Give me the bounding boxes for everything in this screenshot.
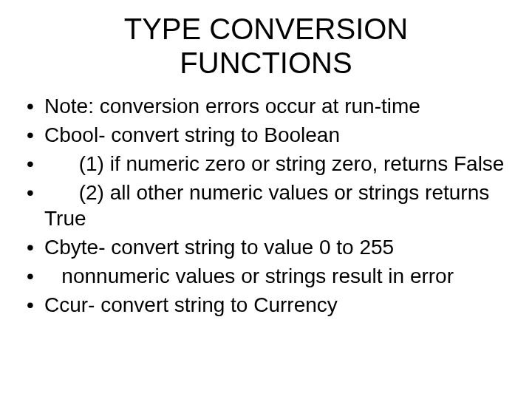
list-item: Cbool- convert string to Boolean: [22, 122, 510, 148]
list-item: (1) if numeric zero or string zero, retu…: [22, 151, 510, 177]
bullet-text: Note: conversion errors occur at run-tim…: [44, 95, 420, 117]
slide: TYPE CONVERSION FUNCTIONS Note: conversi…: [0, 0, 532, 399]
bullet-text: nonnumeric values or strings result in e…: [44, 265, 454, 287]
bullet-text: Cbyte- convert string to value 0 to 255: [44, 236, 394, 259]
slide-title: TYPE CONVERSION FUNCTIONS: [15, 12, 517, 80]
bullet-text: (1) if numeric zero or string zero, retu…: [44, 152, 504, 175]
bullet-list: Note: conversion errors occur at run-tim…: [15, 93, 517, 318]
title-line-1: TYPE CONVERSION: [124, 13, 409, 45]
list-item: (2) all other numeric values or strings …: [22, 180, 510, 231]
bullet-text: Ccur- convert string to Currency: [44, 293, 338, 316]
list-item: Ccur- convert string to Currency: [22, 292, 510, 318]
title-line-2: FUNCTIONS: [180, 47, 352, 79]
bullet-text: (2) all other numeric values or strings …: [44, 181, 529, 230]
list-item: Cbyte- convert string to value 0 to 255: [22, 234, 510, 260]
list-item: nonnumeric values or strings result in e…: [22, 263, 510, 289]
list-item: Note: conversion errors occur at run-tim…: [22, 93, 510, 119]
bullet-text: Cbool- convert string to Boolean: [44, 123, 340, 146]
